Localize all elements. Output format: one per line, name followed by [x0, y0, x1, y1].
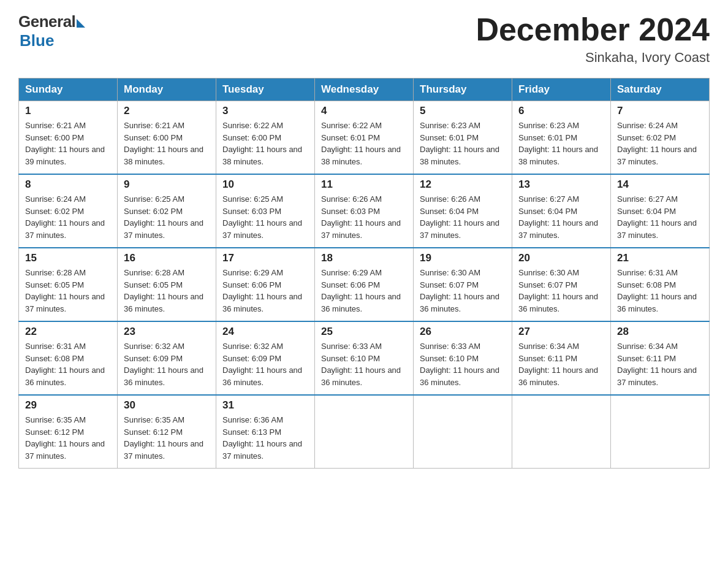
day-number: 29: [25, 399, 111, 412]
table-row: 9Sunrise: 6:25 AMSunset: 6:02 PMDaylight…: [118, 174, 216, 248]
day-info: Sunrise: 6:29 AMSunset: 6:06 PMDaylight:…: [222, 267, 308, 315]
day-number: 17: [222, 252, 308, 264]
table-row: 11Sunrise: 6:26 AMSunset: 6:03 PMDayligh…: [315, 174, 414, 248]
table-row: 15Sunrise: 6:28 AMSunset: 6:05 PMDayligh…: [19, 248, 118, 321]
calendar-header-row: Sunday Monday Tuesday Wednesday Thursday…: [19, 79, 710, 101]
day-info: Sunrise: 6:22 AMSunset: 6:01 PMDaylight:…: [321, 120, 407, 167]
table-row: 7Sunrise: 6:24 AMSunset: 6:02 PMDaylight…: [611, 101, 710, 175]
calendar-table: Sunday Monday Tuesday Wednesday Thursday…: [18, 78, 710, 469]
header-monday: Monday: [118, 79, 216, 101]
day-number: 23: [124, 326, 210, 338]
day-number: 16: [124, 252, 210, 264]
day-number: 12: [420, 178, 506, 191]
table-row: 13Sunrise: 6:27 AMSunset: 6:04 PMDayligh…: [512, 174, 611, 248]
table-row: 19Sunrise: 6:30 AMSunset: 6:07 PMDayligh…: [414, 248, 512, 321]
header-friday: Friday: [512, 79, 611, 101]
day-number: 10: [222, 178, 308, 191]
logo-general-text: General: [18, 12, 75, 31]
header-saturday: Saturday: [611, 79, 710, 101]
day-info: Sunrise: 6:33 AMSunset: 6:10 PMDaylight:…: [321, 340, 407, 388]
table-row: 22Sunrise: 6:31 AMSunset: 6:08 PMDayligh…: [19, 321, 118, 395]
calendar-week-row: 1Sunrise: 6:21 AMSunset: 6:00 PMDaylight…: [19, 101, 710, 175]
table-row: 2Sunrise: 6:21 AMSunset: 6:00 PMDaylight…: [118, 101, 216, 175]
table-row: 16Sunrise: 6:28 AMSunset: 6:05 PMDayligh…: [118, 248, 216, 321]
table-row: 29Sunrise: 6:35 AMSunset: 6:12 PMDayligh…: [19, 395, 118, 469]
table-row: 12Sunrise: 6:26 AMSunset: 6:04 PMDayligh…: [414, 174, 512, 248]
day-info: Sunrise: 6:35 AMSunset: 6:12 PMDaylight:…: [124, 414, 210, 462]
table-row: 30Sunrise: 6:35 AMSunset: 6:12 PMDayligh…: [118, 395, 216, 469]
month-title: December 2024: [476, 12, 710, 47]
day-info: Sunrise: 6:21 AMSunset: 6:00 PMDaylight:…: [25, 120, 111, 167]
day-info: Sunrise: 6:25 AMSunset: 6:02 PMDaylight:…: [124, 193, 210, 241]
page-header: General Blue December 2024 Sinkaha, Ivor…: [18, 12, 710, 66]
day-number: 24: [222, 326, 308, 338]
day-number: 30: [124, 399, 210, 412]
day-number: 4: [321, 105, 407, 117]
day-number: 1: [25, 105, 111, 117]
table-row: 17Sunrise: 6:29 AMSunset: 6:06 PMDayligh…: [216, 248, 315, 321]
day-info: Sunrise: 6:35 AMSunset: 6:12 PMDaylight:…: [25, 414, 111, 462]
table-row: 3Sunrise: 6:22 AMSunset: 6:00 PMDaylight…: [216, 101, 315, 175]
day-info: Sunrise: 6:28 AMSunset: 6:05 PMDaylight:…: [25, 267, 111, 315]
calendar-week-row: 29Sunrise: 6:35 AMSunset: 6:12 PMDayligh…: [19, 395, 710, 469]
table-row: 18Sunrise: 6:29 AMSunset: 6:06 PMDayligh…: [315, 248, 414, 321]
table-row: 27Sunrise: 6:34 AMSunset: 6:11 PMDayligh…: [512, 321, 611, 395]
table-row: 25Sunrise: 6:33 AMSunset: 6:10 PMDayligh…: [315, 321, 414, 395]
day-info: Sunrise: 6:29 AMSunset: 6:06 PMDaylight:…: [321, 267, 407, 315]
title-area: December 2024 Sinkaha, Ivory Coast: [476, 12, 710, 66]
day-info: Sunrise: 6:25 AMSunset: 6:03 PMDaylight:…: [222, 193, 308, 241]
day-info: Sunrise: 6:21 AMSunset: 6:00 PMDaylight:…: [124, 120, 210, 167]
day-info: Sunrise: 6:30 AMSunset: 6:07 PMDaylight:…: [420, 267, 506, 315]
table-row: 28Sunrise: 6:34 AMSunset: 6:11 PMDayligh…: [611, 321, 710, 395]
day-number: 3: [222, 105, 308, 117]
day-number: 5: [420, 105, 506, 117]
day-info: Sunrise: 6:24 AMSunset: 6:02 PMDaylight:…: [617, 120, 703, 167]
logo-blue-text: Blue: [20, 31, 54, 50]
day-number: 25: [321, 326, 407, 338]
day-info: Sunrise: 6:23 AMSunset: 6:01 PMDaylight:…: [518, 120, 604, 167]
table-row: [315, 395, 414, 469]
logo: General Blue: [18, 12, 85, 50]
day-info: Sunrise: 6:23 AMSunset: 6:01 PMDaylight:…: [420, 120, 506, 167]
day-number: 22: [25, 326, 111, 338]
table-row: 8Sunrise: 6:24 AMSunset: 6:02 PMDaylight…: [19, 174, 118, 248]
day-number: 28: [617, 326, 703, 338]
day-number: 27: [518, 326, 604, 338]
calendar-week-row: 8Sunrise: 6:24 AMSunset: 6:02 PMDaylight…: [19, 174, 710, 248]
table-row: 21Sunrise: 6:31 AMSunset: 6:08 PMDayligh…: [611, 248, 710, 321]
day-number: 7: [617, 105, 703, 117]
day-number: 14: [617, 178, 703, 191]
day-info: Sunrise: 6:24 AMSunset: 6:02 PMDaylight:…: [25, 193, 111, 241]
day-info: Sunrise: 6:27 AMSunset: 6:04 PMDaylight:…: [518, 193, 604, 241]
table-row: 1Sunrise: 6:21 AMSunset: 6:00 PMDaylight…: [19, 101, 118, 175]
header-tuesday: Tuesday: [216, 79, 315, 101]
day-info: Sunrise: 6:34 AMSunset: 6:11 PMDaylight:…: [518, 340, 604, 388]
table-row: 5Sunrise: 6:23 AMSunset: 6:01 PMDaylight…: [414, 101, 512, 175]
day-info: Sunrise: 6:34 AMSunset: 6:11 PMDaylight:…: [617, 340, 703, 388]
day-number: 6: [518, 105, 604, 117]
day-number: 15: [25, 252, 111, 264]
day-number: 18: [321, 252, 407, 264]
header-wednesday: Wednesday: [315, 79, 414, 101]
calendar-week-row: 15Sunrise: 6:28 AMSunset: 6:05 PMDayligh…: [19, 248, 710, 321]
day-info: Sunrise: 6:33 AMSunset: 6:10 PMDaylight:…: [420, 340, 506, 388]
table-row: 26Sunrise: 6:33 AMSunset: 6:10 PMDayligh…: [414, 321, 512, 395]
day-info: Sunrise: 6:30 AMSunset: 6:07 PMDaylight:…: [518, 267, 604, 315]
table-row: [611, 395, 710, 469]
header-sunday: Sunday: [19, 79, 118, 101]
location-subtitle: Sinkaha, Ivory Coast: [476, 50, 710, 66]
day-info: Sunrise: 6:32 AMSunset: 6:09 PMDaylight:…: [124, 340, 210, 388]
table-row: 31Sunrise: 6:36 AMSunset: 6:13 PMDayligh…: [216, 395, 315, 469]
header-thursday: Thursday: [414, 79, 512, 101]
day-info: Sunrise: 6:26 AMSunset: 6:04 PMDaylight:…: [420, 193, 506, 241]
table-row: 6Sunrise: 6:23 AMSunset: 6:01 PMDaylight…: [512, 101, 611, 175]
day-number: 26: [420, 326, 506, 338]
day-number: 9: [124, 178, 210, 191]
day-info: Sunrise: 6:28 AMSunset: 6:05 PMDaylight:…: [124, 267, 210, 315]
day-info: Sunrise: 6:27 AMSunset: 6:04 PMDaylight:…: [617, 193, 703, 241]
table-row: 20Sunrise: 6:30 AMSunset: 6:07 PMDayligh…: [512, 248, 611, 321]
day-number: 2: [124, 105, 210, 117]
table-row: [414, 395, 512, 469]
table-row: 24Sunrise: 6:32 AMSunset: 6:09 PMDayligh…: [216, 321, 315, 395]
table-row: 14Sunrise: 6:27 AMSunset: 6:04 PMDayligh…: [611, 174, 710, 248]
